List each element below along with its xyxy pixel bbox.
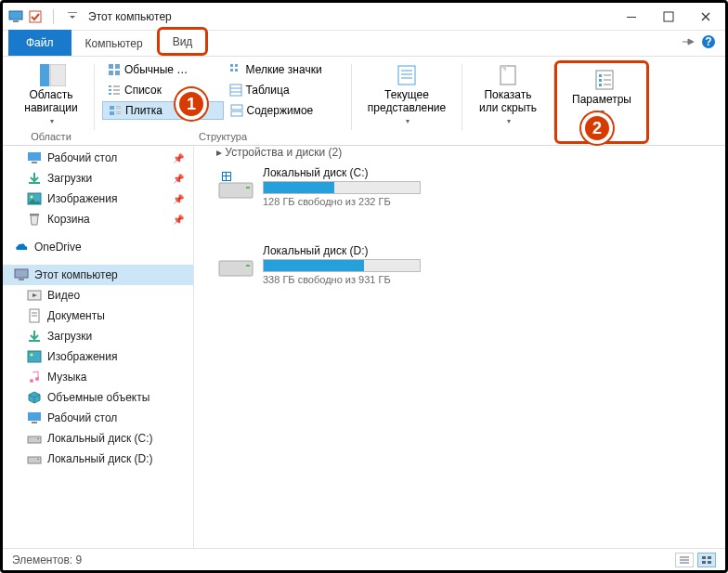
checkbox-icon[interactable] [27, 8, 44, 25]
content-icon [230, 104, 243, 117]
chevron-down-icon: ▾ [50, 117, 54, 126]
svg-rect-69 [28, 457, 41, 463]
ribbon: Область навигации ▾ Области Обычные … Ме… [3, 57, 725, 146]
nav-pictures2[interactable]: Изображения [3, 346, 193, 367]
current-view-button[interactable]: Текущее представление ▾ [359, 60, 454, 129]
tab-view[interactable]: Вид [157, 27, 209, 56]
cube-icon [27, 390, 42, 405]
ribbon-group-panes: Область навигации ▾ Области [8, 60, 94, 144]
drive-tile[interactable]: Локальный диск (C:) 128 ГБ свободно из 2… [216, 166, 448, 207]
tab-file[interactable]: Файл [8, 30, 72, 56]
nav-recycle[interactable]: Корзина📌 [3, 209, 193, 229]
drive-icon [216, 244, 255, 283]
nav-downloads2[interactable]: Загрузки [3, 326, 193, 346]
svg-rect-6 [664, 12, 673, 21]
layout-content[interactable]: Содержимое [225, 101, 344, 120]
pin-icon[interactable] [681, 34, 696, 49]
drive-usage-bar [263, 259, 421, 272]
recycle-icon [27, 212, 42, 227]
svg-rect-21 [109, 89, 111, 91]
svg-rect-79 [246, 265, 250, 267]
nav-videos[interactable]: Видео [3, 285, 193, 306]
drive-free-text: 128 ГБ свободно из 232 ГБ [263, 196, 421, 207]
view-tiles-button[interactable] [697, 553, 716, 567]
nav-desktop2[interactable]: Рабочий стол [3, 408, 193, 428]
content-pane: ▸ Устройства и диски (2) Локальный диск … [194, 146, 725, 548]
pin-icon: 📌 [173, 215, 184, 225]
nav-desktop[interactable]: Рабочий стол📌 [3, 148, 193, 168]
options-label: Параметры [572, 93, 631, 106]
svg-rect-60 [29, 340, 40, 342]
svg-rect-10 [50, 64, 66, 86]
svg-rect-71 [219, 183, 253, 198]
show-hide-icon [497, 64, 519, 86]
status-bar: Элементов: 9 [3, 548, 725, 570]
nav-disk-d[interactable]: Локальный диск (D:) [3, 449, 193, 469]
nav-pictures[interactable]: Изображения📌 [3, 189, 193, 209]
svg-rect-83 [702, 556, 706, 559]
nav-this-pc[interactable]: Этот компьютер [3, 265, 193, 285]
computer-icon [14, 267, 29, 282]
current-view-icon [396, 64, 418, 86]
svg-rect-5 [627, 17, 636, 18]
navigation-pane: Рабочий стол📌 Загрузки📌 Изображения📌 Кор… [3, 146, 194, 548]
disk-icon [27, 431, 42, 446]
chevron-down-icon: ▾ [507, 117, 511, 126]
svg-rect-44 [599, 79, 602, 82]
svg-rect-72 [246, 187, 250, 189]
svg-rect-14 [115, 71, 120, 75]
quick-access-toolbar [8, 8, 81, 25]
videos-icon [27, 288, 42, 303]
svg-rect-46 [599, 84, 602, 86]
svg-rect-75 [227, 173, 230, 176]
nav-music[interactable]: Музыка [3, 367, 193, 387]
svg-rect-1 [13, 20, 19, 22]
drive-tile[interactable]: Локальный диск (D:) 338 ГБ свободно из 9… [216, 244, 448, 285]
svg-rect-54 [15, 269, 28, 278]
nav-3d-objects[interactable]: Объемные объекты [3, 387, 193, 408]
nav-disk-c[interactable]: Локальный диск (C:) [3, 428, 193, 449]
status-count: Элементов: 9 [12, 553, 82, 566]
svg-rect-11 [109, 64, 113, 69]
svg-rect-35 [231, 111, 242, 116]
section-header[interactable]: ▸ Устройства и диски (2) [205, 146, 714, 164]
nav-documents[interactable]: Документы [3, 306, 193, 326]
ribbon-group-layout-label: Структура [199, 131, 247, 144]
svg-rect-4 [68, 12, 77, 13]
tab-computer[interactable]: Компьютер [72, 31, 157, 56]
svg-rect-67 [28, 436, 41, 443]
options-icon [591, 69, 613, 91]
pictures-icon [27, 349, 42, 364]
svg-rect-49 [32, 162, 37, 163]
show-hide-button[interactable]: Показать или скрыть ▾ [470, 60, 546, 129]
view-details-button[interactable] [675, 553, 694, 567]
svg-rect-68 [37, 438, 39, 439]
navigation-pane-button[interactable]: Область навигации ▾ [16, 60, 86, 129]
qat-dropdown[interactable] [64, 8, 81, 25]
svg-rect-20 [113, 85, 120, 87]
ribbon-tabs: Файл Компьютер Вид ? [3, 31, 725, 57]
ribbon-group-show-hide: Показать или скрыть ▾ [462, 60, 553, 144]
svg-rect-86 [708, 561, 711, 564]
show-hide-label: Показать или скрыть [475, 88, 540, 115]
drive-free-text: 338 ГБ свободно из 931 ГБ [263, 274, 421, 285]
layout-small[interactable]: Мелкие значки [224, 60, 344, 79]
nav-onedrive[interactable]: OneDrive [3, 237, 193, 257]
svg-rect-12 [115, 64, 120, 69]
help-icon[interactable]: ? [701, 34, 716, 49]
svg-rect-53 [30, 214, 39, 215]
nav-downloads[interactable]: Загрузки📌 [3, 168, 193, 189]
svg-point-63 [30, 379, 33, 383]
layout-large[interactable]: Обычные … [102, 60, 223, 79]
close-button[interactable] [692, 7, 720, 26]
svg-rect-32 [116, 111, 121, 112]
svg-rect-30 [116, 108, 121, 109]
maximize-button[interactable] [655, 7, 682, 26]
minimize-button[interactable] [618, 7, 645, 26]
svg-rect-77 [227, 176, 230, 180]
svg-point-64 [35, 377, 39, 381]
svg-rect-42 [599, 74, 602, 77]
window-title: Этот компьютер [88, 10, 618, 23]
layout-table[interactable]: Таблица [224, 81, 344, 99]
tiles-icon [109, 104, 122, 117]
